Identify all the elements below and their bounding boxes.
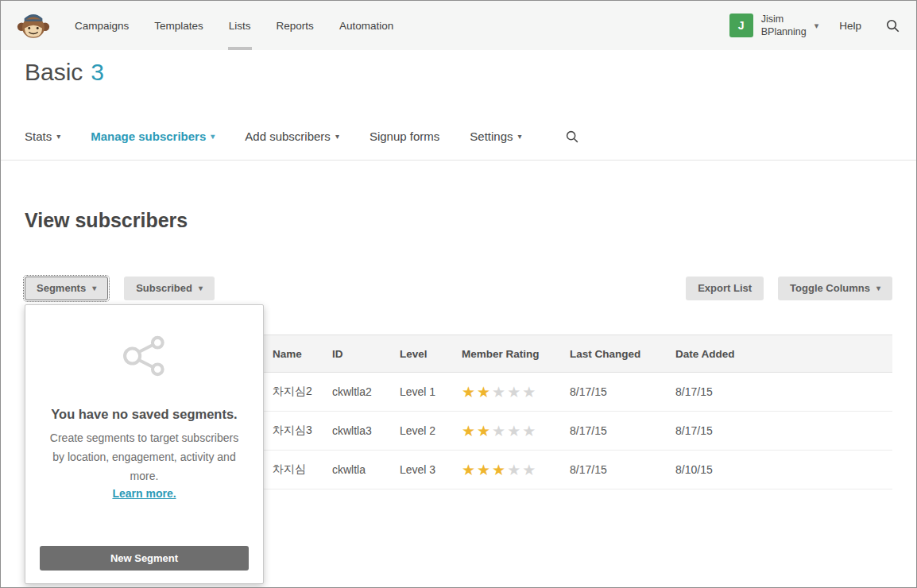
star-icon: ★ — [507, 462, 522, 478]
topnav-items: CampaignsTemplatesListsReportsAutomation — [74, 1, 418, 50]
subnav: Stats▾Manage subscribers▾Add subscribers… — [1, 87, 916, 145]
member-rating-stars: ★★★★★ — [462, 384, 537, 400]
learn-more-link[interactable]: Learn more. — [112, 487, 176, 500]
cell-level: Level 1 — [400, 373, 462, 412]
list-name: Basic — [25, 59, 83, 85]
member-rating-stars: ★★★★★ — [462, 462, 537, 478]
cell-id: ckwltla2 — [332, 373, 400, 412]
toolbar: Segments▾ Subscribed▾ Export List Toggle… — [25, 277, 892, 300]
chevron-down-icon: ▾ — [56, 128, 60, 145]
subnav-item-label: Manage subscribers — [91, 128, 206, 145]
export-list-label: Export List — [698, 282, 752, 295]
chevron-down-icon: ▾ — [211, 128, 215, 145]
export-list-button[interactable]: Export List — [686, 277, 764, 300]
cell-date-added: 8/17/15 — [675, 412, 892, 451]
segments-icon — [122, 335, 168, 380]
subscribed-filter-button[interactable]: Subscribed▾ — [124, 277, 215, 300]
subnav-item-manage-subscribers[interactable]: Manage subscribers▾ — [91, 128, 215, 145]
subnav-search-icon[interactable] — [565, 130, 579, 144]
cell-id: ckwltla — [332, 451, 400, 489]
subnav-item-add-subscribers[interactable]: Add subscribers▾ — [245, 128, 339, 145]
column-header-name: Name — [273, 335, 332, 373]
star-icon: ★ — [492, 462, 507, 478]
segments-button[interactable]: Segments▾ — [25, 277, 108, 300]
cell-date-added: 8/17/15 — [675, 373, 892, 412]
column-header-level: Level — [400, 335, 462, 373]
segments-popup: You have no saved segments. Create segme… — [25, 304, 264, 584]
cell-name: 차지심3 — [273, 412, 332, 451]
star-icon: ★ — [522, 423, 537, 439]
subnav-item-signup-forms[interactable]: Signup forms — [370, 128, 439, 145]
section-title: View subscribers — [25, 208, 892, 232]
star-icon: ★ — [462, 462, 477, 478]
topnav-item-reports[interactable]: Reports — [276, 1, 315, 50]
list-count: 3 — [91, 59, 104, 85]
cell-member-rating: ★★★★★ — [462, 373, 570, 412]
avatar[interactable]: J — [729, 14, 753, 37]
mailchimp-logo-icon[interactable] — [17, 8, 50, 43]
page-title: Basic3 — [1, 50, 916, 87]
star-icon: ★ — [522, 384, 537, 400]
subnav-item-label: Stats — [25, 128, 52, 145]
cell-last-changed: 8/17/15 — [570, 373, 675, 412]
app-window: CampaignsTemplatesListsReportsAutomation… — [0, 0, 917, 588]
star-icon: ★ — [477, 462, 492, 478]
cell-member-rating: ★★★★★ — [462, 412, 570, 451]
cell-date-added: 8/10/15 — [675, 451, 892, 489]
topnav-item-templates[interactable]: Templates — [153, 1, 204, 50]
toggle-columns-button[interactable]: Toggle Columns▾ — [778, 277, 892, 300]
subnav-item-label: Settings — [470, 128, 513, 145]
chevron-down-icon: ▾ — [199, 282, 203, 295]
star-icon: ★ — [492, 423, 507, 439]
subnav-items: Stats▾Manage subscribers▾Add subscribers… — [25, 128, 552, 145]
cell-last-changed: 8/17/15 — [570, 412, 675, 451]
popup-title: You have no saved segments. — [51, 407, 237, 422]
search-icon[interactable] — [885, 18, 900, 33]
cell-member-rating: ★★★★★ — [462, 451, 570, 489]
subnav-item-settings[interactable]: Settings▾ — [470, 128, 521, 145]
cell-level: Level 3 — [400, 451, 462, 489]
user-name: Jisim — [761, 13, 807, 25]
column-header-last-changed: Last Changed — [570, 335, 675, 373]
chevron-down-icon[interactable]: ▾ — [814, 21, 819, 31]
star-icon: ★ — [507, 423, 522, 439]
cell-level: Level 2 — [400, 412, 462, 451]
cell-name: 차지심2 — [273, 373, 332, 412]
topnav-item-automation[interactable]: Automation — [339, 1, 394, 50]
toggle-columns-label: Toggle Columns — [790, 282, 870, 295]
new-segment-button[interactable]: New Segment — [40, 546, 249, 571]
chevron-down-icon: ▾ — [876, 282, 880, 295]
chevron-down-icon: ▾ — [335, 128, 339, 145]
topnav-right: J Jisim BPlanning ▾ Help — [729, 13, 900, 39]
toolbar-right: Export List Toggle Columns▾ — [686, 277, 892, 300]
star-icon: ★ — [507, 384, 522, 400]
star-icon: ★ — [492, 384, 507, 400]
popup-text: Create segments to target subscribers by… — [48, 428, 241, 485]
star-icon: ★ — [462, 423, 477, 439]
cell-last-changed: 8/17/15 — [570, 451, 675, 489]
subnav-item-label: Add subscribers — [245, 128, 331, 145]
subscribed-filter-label: Subscribed — [136, 282, 192, 295]
top-navigation: CampaignsTemplatesListsReportsAutomation… — [1, 1, 916, 50]
star-icon: ★ — [477, 423, 492, 439]
member-rating-stars: ★★★★★ — [462, 423, 537, 439]
help-link[interactable]: Help — [839, 20, 861, 32]
toolbar-left: Segments▾ Subscribed▾ — [25, 277, 215, 300]
subnav-item-label: Signup forms — [370, 128, 439, 145]
topnav-item-lists[interactable]: Lists — [228, 1, 252, 50]
chevron-down-icon: ▾ — [92, 282, 96, 295]
chevron-down-icon: ▾ — [517, 128, 521, 145]
star-icon: ★ — [462, 384, 477, 400]
divider — [1, 160, 916, 161]
user-menu[interactable]: Jisim BPlanning — [761, 13, 807, 39]
topnav-item-campaigns[interactable]: Campaigns — [74, 1, 130, 50]
column-header-id: ID — [332, 335, 400, 373]
segments-button-label: Segments — [37, 282, 86, 295]
column-header-member-rating: Member Rating — [462, 335, 570, 373]
cell-id: ckwltla3 — [332, 412, 400, 451]
subnav-item-stats[interactable]: Stats▾ — [25, 128, 60, 145]
column-header-date-added: Date Added — [675, 335, 892, 373]
user-org: BPlanning — [761, 25, 807, 38]
star-icon: ★ — [522, 462, 537, 478]
cell-name: 차지심 — [273, 451, 332, 489]
